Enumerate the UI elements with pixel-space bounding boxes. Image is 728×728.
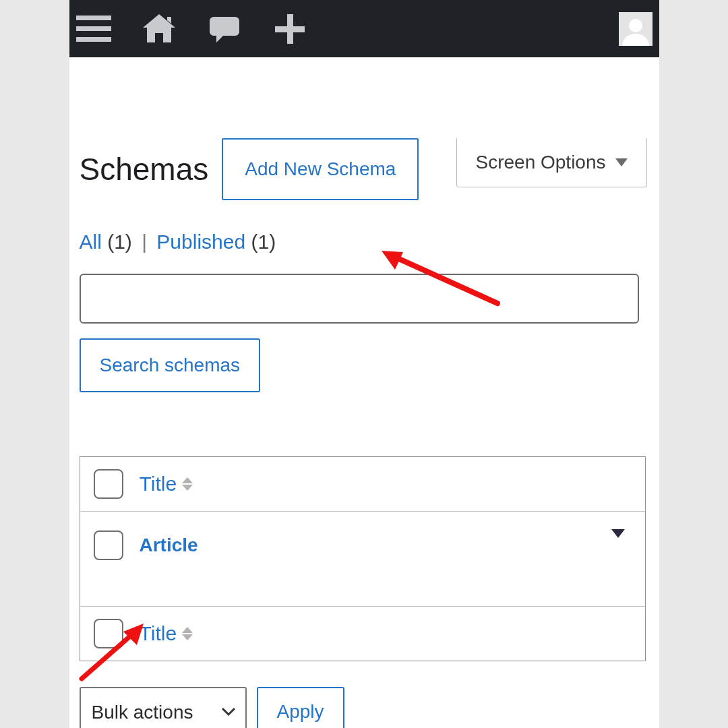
- table-footer-row: Title: [80, 607, 645, 661]
- add-new-schema-button[interactable]: Add New Schema: [222, 138, 419, 200]
- filter-all-count: (1): [107, 231, 132, 253]
- svg-rect-4: [275, 26, 305, 32]
- comment-icon[interactable]: [207, 11, 242, 47]
- filter-published-count: (1): [251, 231, 276, 253]
- screen-options-label: Screen Options: [476, 152, 606, 173]
- sort-icon: [182, 477, 193, 491]
- screen-options-toggle[interactable]: Screen Options: [456, 138, 647, 187]
- select-all-footer-checkbox[interactable]: [94, 619, 123, 648]
- admin-topbar: [69, 0, 659, 57]
- home-icon[interactable]: [142, 11, 177, 47]
- filter-all-link[interactable]: All: [80, 231, 102, 253]
- column-footer-title[interactable]: Title: [140, 622, 193, 645]
- svg-rect-2: [76, 37, 111, 42]
- svg-point-5: [629, 19, 642, 32]
- schemas-table: Title Article Title: [80, 456, 646, 661]
- plus-icon[interactable]: [272, 11, 307, 47]
- row-expand-icon[interactable]: [611, 529, 625, 538]
- status-filters: All (1) | Published (1): [80, 231, 649, 253]
- hamburger-menu-icon[interactable]: [76, 11, 111, 47]
- svg-rect-1: [76, 26, 111, 31]
- apply-button[interactable]: Apply: [257, 687, 344, 728]
- caret-down-icon: [615, 158, 628, 166]
- bulk-actions-select[interactable]: Bulk actions: [80, 687, 247, 728]
- avatar[interactable]: [619, 12, 653, 46]
- svg-marker-7: [382, 251, 403, 270]
- table-row: Article: [80, 512, 645, 607]
- search-input[interactable]: [80, 274, 639, 324]
- row-checkbox[interactable]: [94, 530, 123, 560]
- sort-icon: [182, 627, 193, 640]
- table-header-row: Title: [80, 457, 645, 512]
- search-schemas-button[interactable]: Search schemas: [80, 338, 261, 392]
- column-header-title[interactable]: Title: [140, 473, 193, 495]
- schema-item-link[interactable]: Article: [140, 535, 198, 556]
- select-all-checkbox[interactable]: [94, 469, 123, 499]
- filter-published-link[interactable]: Published: [156, 231, 245, 253]
- svg-rect-0: [76, 16, 111, 20]
- page-title: Schemas: [80, 151, 209, 187]
